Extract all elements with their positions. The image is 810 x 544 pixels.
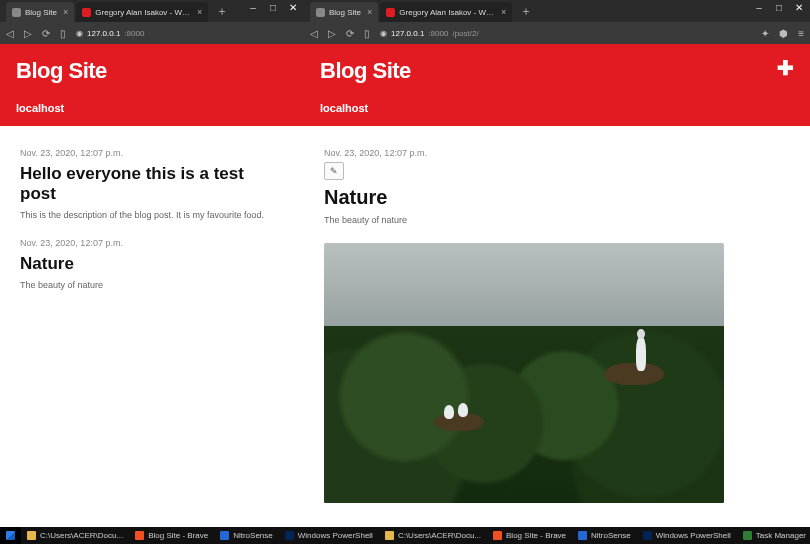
post-title: Nature: [324, 186, 790, 209]
site-subtitle: localhost: [320, 102, 794, 114]
browser-toolbar: ◁ ▷ ⟳ ▯ ◉ 127.0.0.1:8000: [0, 22, 304, 44]
minimize-button[interactable]: –: [750, 0, 768, 14]
close-window-button[interactable]: ✕: [284, 0, 302, 14]
favicon-icon: [12, 8, 21, 17]
url-path: /post/2/: [452, 29, 478, 38]
taskbar-label: C:\Users\ACER\Docu...: [40, 531, 123, 540]
post-date: Nov. 23, 2020, 12:07 p.m.: [20, 238, 284, 248]
new-tab-button[interactable]: ＋: [210, 3, 234, 20]
taskbar-item[interactable]: Windows PowerShell: [637, 527, 737, 544]
reload-button[interactable]: ⟳: [42, 28, 50, 39]
taskbar-item[interactable]: C:\Users\ACER\Docu...: [21, 527, 129, 544]
back-button[interactable]: ◁: [310, 28, 318, 39]
post-detail: Nov. 23, 2020, 12:07 p.m. ✎ Nature The b…: [304, 126, 810, 517]
taskbar-label: C:\Users\ACER\Docu...: [398, 531, 481, 540]
post-description: The beauty of nature: [324, 215, 790, 225]
minimize-button[interactable]: –: [244, 0, 262, 14]
bookmark-icon[interactable]: ▯: [60, 28, 66, 39]
tab-label: Gregory Alan Isakov - Words: [95, 8, 191, 17]
post-date: Nov. 23, 2020, 12:07 p.m.: [324, 148, 790, 158]
back-button[interactable]: ◁: [6, 28, 14, 39]
reload-button[interactable]: ⟳: [346, 28, 354, 39]
taskbar-label: Windows PowerShell: [298, 531, 373, 540]
url-host: 127.0.0.1: [391, 29, 424, 38]
taskbar-item[interactable]: Task Manager: [737, 527, 810, 544]
tab-strip: Blog Site × Gregory Alan Isakov - Words …: [0, 0, 304, 22]
heron-icon: [636, 337, 646, 371]
tab-strip: Blog Site × Gregory Alan Isakov - Words …: [304, 0, 810, 22]
favicon-icon: [82, 8, 91, 17]
maximize-button[interactable]: □: [770, 0, 788, 14]
window-controls: – □ ✕: [750, 0, 808, 14]
taskbar-label: Blog Site - Brave: [148, 531, 208, 540]
taskbar: C:\Users\ACER\Docu... Blog Site - Brave …: [0, 527, 810, 544]
forward-button[interactable]: ▷: [24, 28, 32, 39]
pencil-icon: ✎: [330, 166, 338, 176]
close-tab-icon[interactable]: ×: [501, 8, 506, 17]
site-header: Blog Site localhost ✚: [304, 44, 810, 126]
folder-icon: [27, 531, 36, 540]
site-title[interactable]: Blog Site: [320, 58, 794, 84]
page-content: Blog Site localhost ✚ Nov. 23, 2020, 12:…: [304, 44, 810, 527]
taskbar-label: Windows PowerShell: [656, 531, 731, 540]
browser-toolbar: ◁ ▷ ⟳ ▯ ◉ 127.0.0.1:8000/post/2/ ✦ ⬢ ≡: [304, 22, 810, 44]
taskbar-item[interactable]: Blog Site - Brave: [129, 527, 214, 544]
tab-label: Gregory Alan Isakov - Words: [399, 8, 495, 17]
desktop: Blog Site × Gregory Alan Isakov - Words …: [0, 0, 810, 544]
post-image: [324, 243, 724, 503]
edit-post-button[interactable]: ✎: [324, 162, 344, 180]
taskbar-label: Task Manager: [756, 531, 806, 540]
taskbar-item[interactable]: NitroSense: [214, 527, 279, 544]
windows-icon: [6, 531, 15, 540]
close-window-button[interactable]: ✕: [790, 0, 808, 14]
app-icon: [578, 531, 587, 540]
site-info-icon[interactable]: ◉: [380, 29, 387, 38]
window-controls: – □ ✕: [244, 0, 302, 14]
bookmark-icon[interactable]: ▯: [364, 28, 370, 39]
site-info-icon[interactable]: ◉: [76, 29, 83, 38]
url-port: :8000: [428, 29, 448, 38]
tab-youtube[interactable]: Gregory Alan Isakov - Words ×: [380, 2, 512, 22]
tab-blog-site[interactable]: Blog Site ×: [6, 2, 74, 22]
add-post-button[interactable]: ✚: [777, 56, 794, 80]
close-tab-icon[interactable]: ×: [63, 8, 68, 17]
shield-icon[interactable]: ⬢: [779, 28, 788, 39]
menu-icon[interactable]: ≡: [798, 28, 804, 39]
post-date: Nov. 23, 2020, 12:07 p.m.: [20, 148, 284, 158]
maximize-button[interactable]: □: [264, 0, 282, 14]
post-title[interactable]: Hello everyone this is a test post: [20, 164, 284, 204]
post-description: This is the description of the blog post…: [20, 210, 284, 220]
post-title[interactable]: Nature: [20, 254, 284, 274]
browser-window-left: Blog Site × Gregory Alan Isakov - Words …: [0, 0, 304, 527]
tab-youtube[interactable]: Gregory Alan Isakov - Words ×: [76, 2, 208, 22]
brave-icon: [493, 531, 502, 540]
extensions-icon[interactable]: ✦: [761, 28, 769, 39]
forward-button[interactable]: ▷: [328, 28, 336, 39]
new-tab-button[interactable]: ＋: [514, 3, 538, 20]
tab-blog-site[interactable]: Blog Site ×: [310, 2, 378, 22]
favicon-icon: [386, 8, 395, 17]
post-description: The beauty of nature: [20, 280, 284, 290]
taskbar-item[interactable]: C:\Users\ACER\Docu...: [379, 527, 487, 544]
address-bar[interactable]: ◉ 127.0.0.1:8000: [76, 29, 148, 38]
url-port: :8000: [124, 29, 144, 38]
taskbar-label: NitroSense: [591, 531, 631, 540]
taskbar-label: Blog Site - Brave: [506, 531, 566, 540]
close-tab-icon[interactable]: ×: [367, 8, 372, 17]
address-bar[interactable]: ◉ 127.0.0.1:8000/post/2/: [380, 29, 479, 38]
powershell-icon: [285, 531, 294, 540]
start-button[interactable]: [0, 527, 21, 544]
app-icon: [220, 531, 229, 540]
taskbar-item[interactable]: Blog Site - Brave: [487, 527, 572, 544]
taskbar-item[interactable]: NitroSense: [572, 527, 637, 544]
url-host: 127.0.0.1: [87, 29, 120, 38]
task-manager-icon: [743, 531, 752, 540]
tab-label: Blog Site: [25, 8, 57, 17]
close-tab-icon[interactable]: ×: [197, 8, 202, 17]
post-list: Nov. 23, 2020, 12:07 p.m. Hello everyone…: [0, 126, 304, 322]
browser-window-right: Blog Site × Gregory Alan Isakov - Words …: [304, 0, 810, 527]
site-title[interactable]: Blog Site: [16, 58, 288, 84]
brave-icon: [135, 531, 144, 540]
page-content: Blog Site localhost Nov. 23, 2020, 12:07…: [0, 44, 304, 527]
taskbar-item[interactable]: Windows PowerShell: [279, 527, 379, 544]
